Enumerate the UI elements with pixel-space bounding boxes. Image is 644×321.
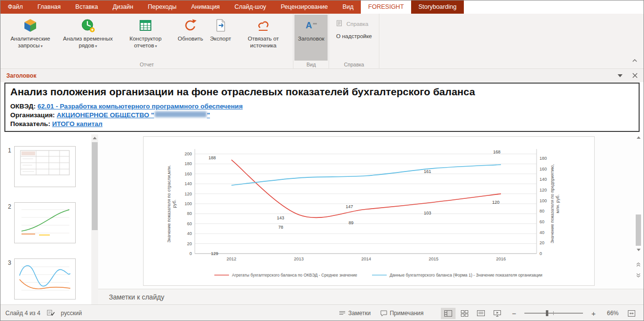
svg-text:120: 120 [540,188,547,193]
tab-переходы[interactable]: Переходы [141,0,184,14]
report-builder-icon [137,18,154,33]
title-pane-header: Заголовок [0,69,644,82]
svg-text:120: 120 [492,200,499,205]
tab-дизайн[interactable]: Дизайн [105,0,141,14]
svg-text:180: 180 [185,161,192,166]
ribbon-group-отчет: Аналитические запросы▾Анализ временных р… [0,14,293,68]
reading-view-button[interactable] [474,308,488,319]
ribbon-item-о-надстройке[interactable]: О надстройке [336,33,372,39]
scroll-down-icon[interactable] [635,249,642,251]
svg-text:129: 129 [211,251,218,256]
notes-toggle[interactable]: Заметки [337,308,373,318]
slide-sorter-view-button[interactable] [457,308,472,319]
zoom-out-button[interactable]: − [510,309,518,318]
thumbnail-scrollbar[interactable] [91,134,98,304]
help-icon [336,20,343,28]
editor-column: 0204060801001201401601802000204060801001… [98,133,644,304]
slide-thumbnail-3[interactable] [14,258,76,300]
indicator-field: Показатель: ИТОГО капитал [10,120,634,128]
svg-text:40: 40 [187,231,192,236]
ribbon-button-label: Анализ временных рядов▾ [62,35,113,50]
tab-вставка[interactable]: Вставка [68,0,105,14]
tab-вид[interactable]: Вид [335,0,361,14]
svg-text:2013: 2013 [294,257,304,261]
ribbon-button-заголовок[interactable]: AЗаголовок [294,15,328,61]
scroll-up-icon[interactable] [635,136,642,139]
slide-thumbnail-1[interactable] [14,146,76,187]
thumbnail-scroll-up-icon[interactable] [91,134,98,141]
svg-text:180: 180 [540,156,547,161]
thumbnail-scrollbar-thumb[interactable] [92,142,98,230]
zoom-slider-thumb[interactable] [546,310,548,316]
notes-bar[interactable]: Заметки к слайду [98,289,644,304]
ribbon-button-label: Экспорт [210,35,231,42]
svg-text:0: 0 [189,251,192,256]
svg-text:Данные бухгалтерского баланса: Данные бухгалтерского баланса (Форма 1) … [390,273,542,278]
slide-scrollbar[interactable] [635,136,642,283]
okved-label: ОКВЭД: [10,103,36,110]
ribbon-button-label: Обновить [178,35,203,42]
svg-text:168: 168 [493,150,500,154]
slide-canvas-area: 0204060801001201401601802000204060801001… [98,133,644,289]
tab-анимация[interactable]: Анимация [184,0,227,14]
slide-thumbnail-2[interactable] [14,202,76,243]
previous-slide-button[interactable] [635,262,642,267]
zoom-in-button[interactable]: + [590,309,597,318]
svg-text:120: 120 [185,192,192,196]
report-title-box[interactable]: Анализ положения организации на фоне отр… [4,83,640,132]
next-slide-button[interactable] [635,273,642,278]
tab-рецензирование[interactable]: Рецензирование [273,0,335,14]
ribbon-button-экспорт[interactable]: Экспорт [207,15,234,61]
export-icon [212,18,229,33]
collapse-ribbon-icon[interactable] [632,56,638,64]
ribbon-button-анализ-временных-рядов[interactable]: Анализ временных рядов▾ [59,15,117,61]
comments-toggle[interactable]: Примечания [378,308,425,318]
fit-to-window-button[interactable] [624,308,639,319]
indicator-link[interactable]: ИТОГО капитал [52,120,103,128]
tab-foresight[interactable]: FORESIGHT [361,0,411,14]
language-indicator[interactable]: русский [61,310,82,317]
pane-dropdown-icon[interactable] [618,74,623,77]
ribbon-button-конструктор-отчетов[interactable]: Конструктор отчетов▾ [117,15,174,61]
ribbon-button-label: Конструктор отчетов▾ [120,35,171,50]
svg-text:103: 103 [424,211,431,215]
thumbnail-item: 1 [3,146,76,187]
ribbon-button-обновить[interactable]: Обновить [174,15,207,61]
ribbon-tab-bar: ФайлГлавнаяВставкаДизайнПереходыАнимация… [0,0,644,14]
analytics-cube-icon [22,18,39,33]
svg-text:2014: 2014 [361,257,371,261]
tab-слайд-шоу[interactable]: Слайд-шоу [227,0,273,14]
svg-text:2016: 2016 [496,257,506,261]
slide-number: 1 [3,146,11,187]
slide-number: 2 [3,202,11,243]
okved-link[interactable]: 62.01 - Разработка компьютерного програм… [38,103,243,110]
svg-text:100: 100 [185,201,192,206]
status-bar: Слайд 4 из 4 русский Заметки Примечания [0,304,644,321]
zoom-slider[interactable] [524,313,583,314]
dropdown-arrow-icon: ▾ [95,44,97,48]
balance-line-chart: 0204060801001201401601802000204060801001… [144,137,595,286]
slideshow-view-button[interactable] [490,308,504,319]
slide[interactable]: 0204060801001201401601802000204060801001… [143,136,595,286]
tab-файл[interactable]: Файл [0,0,30,14]
slide-scrollbar-thumb[interactable] [636,214,641,246]
organization-label: Организация: [10,111,55,119]
dropdown-arrow-icon: ▾ [155,44,157,48]
thumbnail-item: 2 [3,202,76,243]
svg-text:160: 160 [540,167,547,171]
thumbnail-item: 3 [3,258,76,300]
zoom-percentage[interactable]: 66% [603,310,619,317]
indicator-label: Показатель: [10,120,50,128]
tab-storyboarding[interactable]: Storyboarding [411,0,464,14]
normal-view-button[interactable] [441,308,456,319]
svg-text:2015: 2015 [429,257,438,261]
spellcheck-icon[interactable] [47,309,55,318]
ribbon-button-аналитические-запросы[interactable]: Аналитические запросы▾ [1,15,59,61]
svg-text:80: 80 [540,209,544,214]
tab-главная[interactable]: Главная [30,0,68,14]
organization-link[interactable]: АКЦИОНЕРНОЕ ОБЩЕСТВО "" [57,111,210,119]
title-pane-body: Анализ положения организации на фоне отр… [0,82,644,133]
report-title: Анализ положения организации на фоне отр… [10,86,634,98]
pane-close-icon[interactable] [632,73,638,78]
ribbon-button-отвязать-от-источника[interactable]: Отвязать от источника [234,15,292,61]
